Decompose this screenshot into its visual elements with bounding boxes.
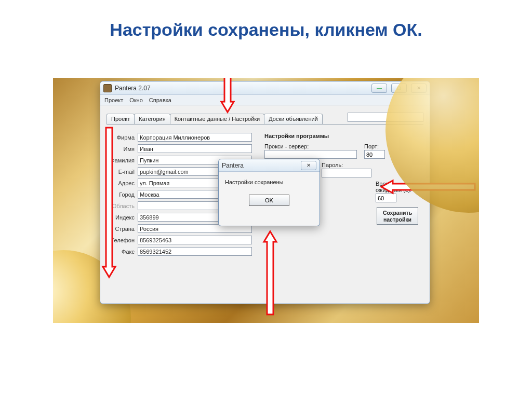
label-password: Пароль: (322, 162, 371, 168)
label-surname: Фамилия (107, 157, 138, 163)
maximize-button[interactable]: □ (391, 84, 407, 93)
save-settings-button[interactable]: Сохранить настройки (377, 207, 418, 225)
input-phone[interactable] (138, 236, 252, 244)
menu-window[interactable]: Окно (129, 97, 143, 103)
dialog-titlebar[interactable]: Pantera ✕ (219, 159, 320, 172)
tab-category[interactable]: Категория (134, 114, 170, 124)
label-city: Город (107, 191, 138, 198)
close-button[interactable]: ✕ (411, 84, 427, 93)
tab-contact-settings[interactable]: Контактные данные / Настройки (170, 114, 265, 124)
input-firm[interactable] (138, 133, 252, 142)
label-firm: Фирма (107, 134, 138, 141)
input-port[interactable] (364, 150, 385, 159)
label-phone: Телефон (107, 237, 138, 243)
main-window-title: Pantera 2.07 (115, 85, 367, 92)
menubar: Проект Окно Справка (100, 95, 430, 105)
label-proxy: Прокси - сервер: (264, 143, 357, 149)
input-proxy[interactable] (264, 150, 357, 159)
dialog-close-button[interactable]: ✕ (301, 161, 316, 170)
slide-title: Настройки сохранены, кликнем ОК. (0, 20, 532, 40)
label-index: Индекс (107, 214, 138, 221)
label-timeout: Время ожидания (c): (376, 181, 413, 193)
input-password[interactable] (322, 169, 371, 177)
dialog-ok-button[interactable]: OK (249, 195, 289, 206)
input-timeout[interactable] (376, 194, 396, 202)
tab-project[interactable]: Проект (107, 114, 135, 124)
menu-project[interactable]: Проект (104, 97, 123, 103)
label-address: Адрес (107, 180, 138, 186)
minimize-button[interactable]: — (371, 84, 387, 93)
menu-help[interactable]: Справка (149, 97, 171, 103)
dialog-title: Pantera (222, 162, 297, 169)
settings-title: Настройки программы (264, 133, 423, 139)
label-email: E-mail (107, 169, 138, 175)
tab-boards[interactable]: Доски объявлений (264, 114, 323, 124)
dialog-window: Pantera ✕ Настройки сохранены OK (218, 159, 320, 226)
screenshot-stage: Pantera 2.07 — □ ✕ Проект Окно Справка П… (53, 78, 479, 323)
search-input[interactable] (348, 113, 423, 122)
label-fax: Факс (107, 249, 138, 255)
input-name[interactable] (138, 144, 252, 153)
label-region: Область (107, 203, 138, 209)
label-port: Порт: (364, 143, 385, 149)
main-titlebar[interactable]: Pantera 2.07 — □ ✕ (100, 81, 430, 95)
label-name: Имя (107, 146, 138, 152)
app-icon (103, 84, 112, 92)
input-fax[interactable] (138, 247, 252, 256)
label-country: Страна (107, 226, 138, 232)
dialog-message: Настройки сохранены (225, 179, 313, 185)
